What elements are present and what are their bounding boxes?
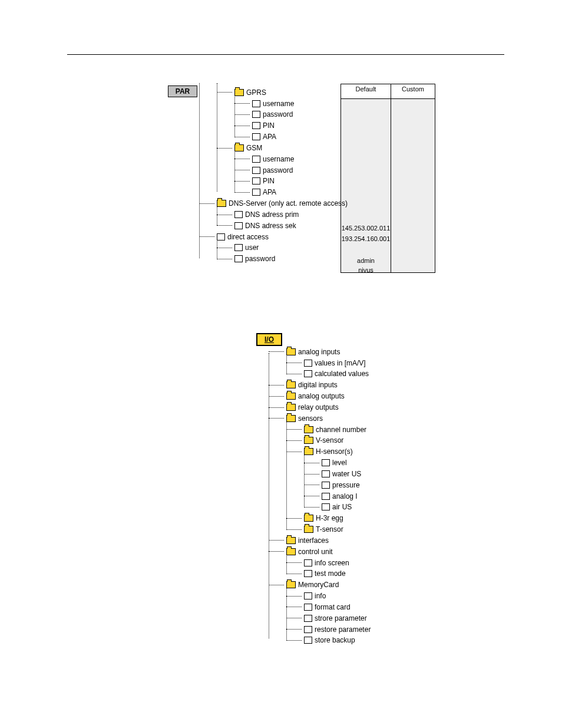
file-icon [234, 222, 243, 229]
tree-label: APA [263, 188, 276, 196]
tree-node: sensors [269, 414, 445, 423]
tree-label: DNS adress prim [245, 210, 299, 219]
tree-label: DNS-Server (only act. remote access) [229, 199, 348, 207]
tree-node: username [234, 154, 338, 163]
file-icon [322, 459, 330, 466]
tree-label: strore parameter [315, 614, 367, 622]
tree-node: relay outputs [269, 403, 445, 411]
file-icon [322, 482, 330, 489]
par-tree: GPRSusernamepasswordPINAPAGSMusernamepas… [199, 85, 338, 263]
tree-node: water US [304, 469, 445, 478]
folder-icon [286, 348, 296, 355]
tree-label: format card [315, 603, 351, 611]
tree-label: analog I [332, 492, 358, 500]
file-icon [304, 615, 312, 622]
par-title: PAR [176, 87, 190, 95]
tree-label: control unit [298, 548, 333, 556]
tree-node: info screen [286, 558, 445, 567]
tree-node: PIN [234, 177, 338, 186]
tree-node: username [234, 99, 338, 108]
folder-icon [304, 526, 313, 533]
folder-icon [304, 515, 313, 522]
default-value: 193.254.160.001 [341, 235, 391, 242]
top-rule [67, 54, 504, 55]
tree-label: password [263, 110, 293, 118]
file-icon [304, 360, 312, 367]
tree-label: restore parameter [315, 625, 371, 634]
tree-node: digital inputs [269, 380, 445, 389]
tree-label: V-sensor [316, 436, 343, 444]
folder-icon [286, 415, 296, 422]
tree-node: analog outputs [269, 391, 445, 400]
file-icon [322, 470, 330, 477]
file-icon [304, 370, 312, 377]
folder-icon [217, 200, 226, 207]
tree-node: APA [234, 187, 338, 196]
tree-label: user [245, 243, 259, 252]
tree-node: PIN [234, 121, 338, 130]
file-icon [234, 255, 243, 262]
tree-label: air US [332, 503, 352, 511]
file-icon [304, 592, 312, 599]
tree-node: values in [mA/V] [286, 358, 445, 367]
file-icon [252, 167, 260, 174]
tree-node: DNS adress prim [217, 210, 338, 219]
file-icon [304, 570, 312, 577]
tree-label: level [332, 459, 347, 467]
tree-node: control unit [269, 547, 445, 556]
tree-label: APA [263, 133, 276, 141]
tree-label: info screen [315, 559, 349, 567]
tree-label: GPRS [246, 88, 266, 97]
file-icon [234, 211, 243, 218]
io-tree: analog inputsvalues in [mA/V]calculated … [269, 345, 445, 644]
default-value: admin [341, 257, 391, 264]
folder-icon [286, 404, 296, 411]
tree-node: pressure [304, 480, 445, 489]
tree-label: water US [332, 470, 361, 478]
tree-label: DNS adress sek [245, 222, 296, 230]
tree-node: user [217, 243, 338, 252]
table-header: Default [341, 84, 391, 99]
folder-icon [286, 537, 296, 544]
tree-label: store backup [315, 636, 355, 644]
tree-label: GSM [246, 144, 262, 152]
tree-node: level [304, 458, 445, 467]
file-icon [322, 493, 330, 500]
tree-label: info [315, 592, 326, 600]
file-icon [252, 122, 260, 129]
tree-label: PIN [263, 177, 275, 185]
tree-label: username [263, 100, 294, 108]
table-header: Custom [391, 84, 435, 99]
tree-label: T-sensor [316, 525, 343, 533]
tree-label: interfaces [298, 536, 329, 545]
tree-node: analog inputs [269, 347, 445, 356]
tree-node: strore parameter [286, 614, 445, 622]
file-icon [252, 156, 260, 163]
file-icon [252, 111, 260, 118]
par-section-box: PAR [168, 85, 197, 97]
folder-icon [304, 448, 313, 455]
tree-label: sensors [298, 414, 323, 423]
tree-node: direct access [199, 232, 338, 241]
tree-node: APA [234, 132, 338, 141]
tree-node: store backup [286, 636, 445, 645]
file-icon [304, 604, 312, 611]
tree-node: H-3r egg [286, 513, 445, 522]
tree-label: MemoryCard [298, 581, 339, 589]
file-icon [304, 559, 312, 566]
file-icon [304, 626, 312, 633]
folder-icon [304, 426, 313, 433]
folder-icon [286, 548, 296, 555]
folder-icon [304, 437, 313, 444]
tree-label: password [263, 166, 293, 174]
tree-node: MemoryCard [269, 580, 445, 589]
tree-node: password [234, 110, 338, 119]
file-icon [252, 177, 260, 185]
tree-node: restore parameter [286, 625, 445, 634]
tree-node: interfaces [269, 536, 445, 545]
file-icon [252, 189, 260, 196]
tree-node: password [217, 254, 338, 263]
default-value: nivus [341, 266, 391, 274]
folder-icon [234, 89, 244, 96]
folder-icon [286, 393, 296, 400]
